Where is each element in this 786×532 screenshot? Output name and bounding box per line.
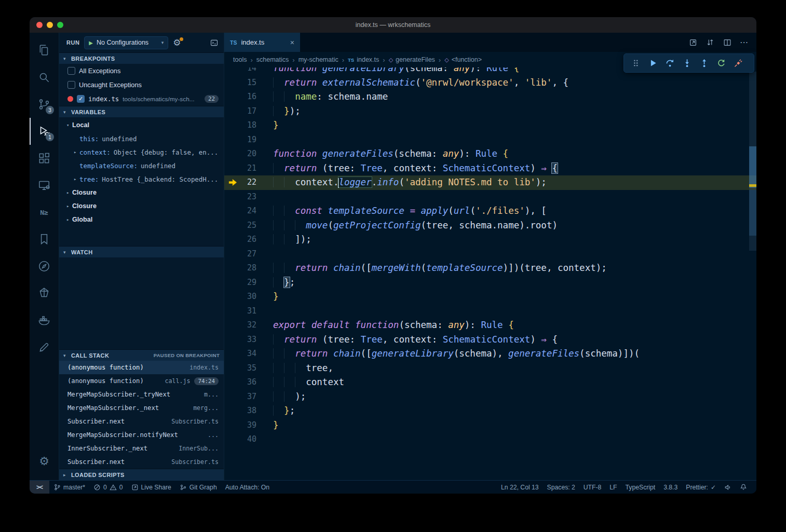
breakpoint-gutter[interactable]	[224, 276, 241, 290]
indentation-item[interactable]: Spaces: 2	[543, 484, 579, 491]
close-window-button[interactable]	[36, 22, 43, 28]
activity-explorer[interactable]	[30, 37, 59, 64]
breakpoint-gutter[interactable]	[224, 90, 241, 104]
configure-launch-button[interactable]: ⚙	[173, 38, 181, 47]
code-line-40[interactable]: 40	[224, 432, 756, 447]
split-editor-button[interactable]	[723, 38, 732, 47]
breakpoint-gutter[interactable]	[224, 219, 241, 233]
start-debug-icon[interactable]: ▶	[89, 40, 93, 46]
call-stack-frame[interactable]: MergeMapSubscriber.notifyNext...	[59, 428, 224, 442]
code-line-35[interactable]: 35 tree,	[224, 361, 756, 376]
variables-section-header[interactable]: ▾ VARIABLES	[59, 106, 224, 117]
breakpoint-gutter[interactable]	[224, 247, 241, 262]
breakpoint-gutter[interactable]	[224, 432, 241, 447]
code-line-36[interactable]: 36 context	[224, 375, 756, 390]
code-line-26[interactable]: 26 ]);	[224, 233, 756, 247]
checkbox-unchecked[interactable]	[67, 81, 75, 89]
code-line-33[interactable]: 33 return (tree: Tree, context: Schemati…	[224, 333, 756, 347]
call-stack-frame[interactable]: (anonymous function)index.ts	[59, 361, 224, 374]
chevron-down-icon[interactable]: ▾	[66, 122, 72, 128]
code-line-38[interactable]: 38 };	[224, 404, 756, 418]
breakpoint-gutter[interactable]	[224, 204, 241, 219]
breakpoint-gutter[interactable]	[224, 318, 241, 333]
activity-source-control[interactable]: 3	[30, 91, 59, 118]
chevron-right-icon[interactable]: ▸	[74, 176, 79, 182]
activity-settings[interactable]: ⚙	[30, 448, 59, 475]
toolbar-drag-handle[interactable]	[627, 55, 644, 71]
call-stack-frame[interactable]: MergeMapSubscriber._tryNextm...	[59, 388, 224, 401]
call-stack-frame[interactable]: Subscriber.nextSubscriber.ts	[59, 455, 224, 469]
call-stack-frame[interactable]: InnerSubscriber._nextInnerSub...	[59, 442, 224, 455]
variable-row[interactable]: this:undefined	[59, 132, 224, 145]
activity-run-and-debug[interactable]: 1	[30, 118, 59, 145]
step-into-button[interactable]	[679, 55, 696, 71]
breakpoint-gutter[interactable]	[224, 233, 241, 247]
breakpoint-gutter[interactable]	[224, 404, 241, 418]
code-line-16[interactable]: 16 name: schema.name	[224, 90, 756, 104]
activity-search[interactable]	[30, 64, 59, 91]
live-share-item[interactable]: Live Share	[127, 481, 175, 494]
code-line-23[interactable]: 23	[224, 190, 756, 204]
code-line-24[interactable]: 24 const templateSource = apply(url('./f…	[224, 204, 756, 219]
variables-scope-row[interactable]: ▸Closure	[59, 186, 224, 199]
tab-index-ts[interactable]: TS index.ts ×	[224, 33, 300, 52]
git-branch-item[interactable]: master*	[49, 481, 89, 494]
breakpoint-gutter[interactable]	[224, 67, 241, 76]
variable-row[interactable]: templateSource:undefined	[59, 159, 224, 172]
breadcrumb-generate-files[interactable]: ◇generateFiles	[389, 56, 435, 63]
code-line-18[interactable]: 18}	[224, 118, 756, 133]
close-tab-icon[interactable]: ×	[290, 38, 294, 47]
code-line-25[interactable]: 25 move(getProjectConfig(tree, schema.na…	[224, 219, 756, 233]
breakpoint-gutter[interactable]	[224, 161, 241, 176]
breakpoint-gutter[interactable]	[224, 418, 241, 433]
breakpoint-uncaught-exceptions[interactable]: Uncaught Exceptions	[59, 78, 224, 92]
disconnect-button[interactable]	[730, 55, 747, 71]
breadcrumb-index-ts[interactable]: TSindex.ts	[348, 56, 379, 63]
code-line-29[interactable]: 29 };	[224, 276, 756, 290]
breakpoint-gutter[interactable]	[224, 76, 241, 90]
prettier-item[interactable]: Prettier: ✓	[682, 484, 720, 491]
eol-item[interactable]: LF	[605, 484, 621, 491]
launch-configuration-dropdown[interactable]: ▶ No Configurations ▾	[84, 36, 168, 49]
code-line-21[interactable]: 21 return (tree: Tree, context: Schemati…	[224, 161, 756, 176]
breakpoints-section-header[interactable]: ▾ BREAKPOINTS	[59, 52, 224, 64]
code-line-27[interactable]: 27	[224, 247, 756, 262]
breakpoint-gutter[interactable]	[224, 290, 241, 304]
activity-remote-explorer[interactable]	[30, 172, 59, 199]
compare-changes-button[interactable]	[706, 38, 715, 47]
step-out-button[interactable]	[696, 55, 713, 71]
debug-console-button[interactable]	[210, 38, 219, 47]
auto-attach-item[interactable]: Auto Attach: On	[221, 481, 274, 494]
editor-scrollbar[interactable]	[749, 67, 756, 480]
problems-item[interactable]: 0 0	[89, 481, 127, 494]
chevron-right-icon[interactable]: ▸	[66, 203, 72, 209]
breakpoint-gutter[interactable]	[224, 261, 241, 276]
variables-scope-row[interactable]: ▸Global	[59, 213, 224, 226]
git-graph-item[interactable]: Git Graph	[175, 481, 221, 494]
activity-pencil[interactable]	[30, 334, 59, 361]
checkbox-checked[interactable]: ✓	[77, 95, 85, 103]
call-stack-section-header[interactable]: ▾ CALL STACK PAUSED ON BREAKPOINT	[59, 349, 224, 361]
variable-row[interactable]: ▸tree:HostTree {_backend: ScopedH...	[59, 172, 224, 186]
code-line-32[interactable]: 32export default function(schema: any): …	[224, 318, 756, 333]
code-line-31[interactable]: 31	[224, 304, 756, 319]
breakpoint-gutter[interactable]	[224, 190, 241, 204]
activity-extensions[interactable]	[30, 145, 59, 172]
breakpoint-gutter[interactable]	[224, 361, 241, 376]
breadcrumb-tools[interactable]: tools	[233, 56, 247, 63]
more-actions-button[interactable]: ⋯	[740, 37, 749, 47]
activity-extension-gem[interactable]	[30, 280, 59, 307]
step-over-button[interactable]	[661, 55, 679, 71]
minimize-window-button[interactable]	[47, 22, 53, 28]
activity-live-share[interactable]	[30, 253, 59, 280]
chevron-right-icon[interactable]: ▸	[66, 190, 72, 195]
activity-nx-console[interactable]: N≥	[30, 199, 59, 226]
code-line-15[interactable]: 15 return externalSchematic('@nrwl/works…	[224, 76, 756, 90]
code-line-30[interactable]: 30}	[224, 290, 756, 304]
variables-scope-row[interactable]: ▸Closure	[59, 199, 224, 213]
code-line-37[interactable]: 37 );	[224, 390, 756, 404]
breakpoint-gutter[interactable]	[224, 104, 241, 119]
breakpoint-all-exceptions[interactable]: All Exceptions	[59, 64, 224, 78]
breakpoint-gutter[interactable]	[224, 147, 241, 161]
maximize-window-button[interactable]	[57, 22, 63, 28]
